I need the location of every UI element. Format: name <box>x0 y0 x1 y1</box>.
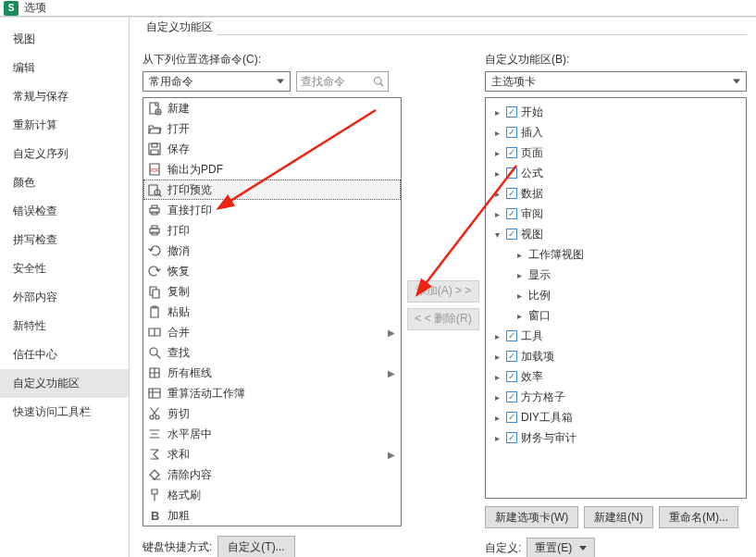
checkbox[interactable]: ✓ <box>506 167 517 179</box>
expand-icon[interactable]: ▸ <box>514 250 525 260</box>
checkbox[interactable]: ✓ <box>506 391 517 402</box>
svg-point-33 <box>155 415 159 419</box>
tree-node[interactable]: ▾✓视图 <box>488 224 744 244</box>
search-input[interactable]: 查找命令 <box>296 71 389 92</box>
expand-icon[interactable]: ▸ <box>491 352 502 362</box>
tree-node[interactable]: ▸✓工具 <box>488 326 744 346</box>
expand-icon[interactable]: ▸ <box>491 392 502 402</box>
expand-icon[interactable]: ▸ <box>491 372 502 382</box>
command-item[interactable]: 求和▶ <box>143 444 401 464</box>
command-item[interactable]: 重算活动工作簿 <box>143 383 401 403</box>
expand-icon[interactable]: ▸ <box>491 433 502 443</box>
tree-node[interactable]: ▸✓公式 <box>488 163 744 183</box>
checkbox[interactable]: ✓ <box>506 432 517 443</box>
tree-node[interactable]: ▸✓数据 <box>488 183 744 204</box>
command-item[interactable]: 所有框线▶ <box>143 363 401 383</box>
tree-label: 效率 <box>521 369 543 385</box>
expand-icon[interactable]: ▸ <box>491 107 502 118</box>
tree-node[interactable]: ▸✓加载项 <box>488 346 744 366</box>
customize-shortcut-button[interactable]: 自定义(T)... <box>217 536 294 557</box>
expand-icon[interactable]: ▸ <box>491 189 502 199</box>
expand-icon[interactable]: ▸ <box>491 168 502 179</box>
command-item[interactable]: 粘贴 <box>143 302 401 322</box>
checkbox[interactable]: ✓ <box>506 127 517 138</box>
rename-button[interactable]: 重命名(M)... <box>659 506 738 528</box>
tree-node[interactable]: ▸✓方方格子 <box>488 387 744 407</box>
checkbox[interactable]: ✓ <box>506 371 517 382</box>
command-item[interactable]: 清除内容 <box>143 464 401 485</box>
tree-node[interactable]: ▸✓开始 <box>488 102 744 122</box>
commands-category-select[interactable]: 常用命令 <box>143 71 291 92</box>
sidebar-item[interactable]: 自定义功能区 <box>0 369 129 398</box>
command-item[interactable]: 水平居中 <box>143 424 401 444</box>
ribbon-tree[interactable]: ▸✓开始▸✓插入▸✓页面▸✓公式▸✓数据▸✓审阅▾✓视图▸工作簿视图▸显示▸比例… <box>485 97 747 499</box>
sidebar-item[interactable]: 新特性 <box>0 312 129 340</box>
new-tab-button[interactable]: 新建选项卡(W) <box>485 506 578 528</box>
checkbox[interactable]: ✓ <box>506 412 517 423</box>
command-item[interactable]: 保存 <box>143 139 401 159</box>
sidebar-item[interactable]: 错误检查 <box>0 197 129 226</box>
tree-child-node[interactable]: ▸显示 <box>488 265 744 285</box>
checkbox[interactable]: ✓ <box>506 106 517 118</box>
sidebar-item[interactable]: 拼写检查 <box>0 226 129 254</box>
command-item[interactable]: 复制 <box>143 281 401 302</box>
sidebar-item[interactable]: 视图 <box>0 25 129 54</box>
reset-button[interactable]: 重置(E) <box>527 538 595 557</box>
command-item[interactable]: B加粗 <box>143 505 401 526</box>
command-item[interactable]: 合并▶ <box>143 322 401 342</box>
tree-node[interactable]: ▸✓效率 <box>488 366 744 387</box>
expand-icon[interactable]: ▾ <box>491 229 502 240</box>
sidebar-item[interactable]: 快速访问工具栏 <box>0 398 129 427</box>
command-item[interactable]: 恢复 <box>143 261 401 281</box>
new-group-button[interactable]: 新建组(N) <box>584 506 653 528</box>
checkbox[interactable]: ✓ <box>506 229 517 240</box>
add-button[interactable]: 添加(A) > > <box>407 280 479 303</box>
command-label: 清除内容 <box>167 467 212 483</box>
tree-node[interactable]: ▸✓页面 <box>488 142 744 163</box>
expand-icon[interactable]: ▸ <box>491 148 502 158</box>
tree-node[interactable]: ▸✓插入 <box>488 122 744 142</box>
checkbox[interactable]: ✓ <box>506 330 517 341</box>
cut-icon <box>147 406 162 421</box>
expand-icon[interactable]: ▸ <box>491 413 502 423</box>
sidebar-item[interactable]: 自定义序列 <box>0 140 129 168</box>
expand-icon[interactable]: ▸ <box>514 311 525 321</box>
expand-icon[interactable]: ▸ <box>514 291 525 301</box>
pdf-icon: PDF <box>147 162 162 177</box>
command-item[interactable]: 新建 <box>143 98 401 118</box>
command-item[interactable]: 打印预览 <box>143 179 401 200</box>
tree-node[interactable]: ▸✓审阅 <box>488 204 744 224</box>
sidebar-item[interactable]: 外部内容 <box>0 283 129 312</box>
command-item[interactable]: 剪切 <box>143 403 401 424</box>
command-item[interactable]: 打印 <box>143 220 401 241</box>
sidebar-item[interactable]: 编辑 <box>0 54 129 82</box>
tree-node[interactable]: ▸✓财务与审计 <box>488 427 744 448</box>
sidebar-item[interactable]: 颜色 <box>0 168 129 197</box>
command-item[interactable]: 格式刷 <box>143 485 401 505</box>
tree-child-node[interactable]: ▸工作簿视图 <box>488 244 744 265</box>
expand-icon[interactable]: ▸ <box>514 270 525 280</box>
ribbon-tabs-select[interactable]: 主选项卡 <box>485 71 747 92</box>
command-item[interactable]: 撤消 <box>143 241 401 261</box>
sidebar-item[interactable]: 信任中心 <box>0 340 129 369</box>
expand-icon[interactable]: ▸ <box>491 331 502 341</box>
sidebar-item[interactable]: 常规与保存 <box>0 82 129 111</box>
commands-list[interactable]: 新建打开保存PDF输出为PDF打印预览直接打印打印撤消恢复复制粘贴合并▶查找所有… <box>143 97 402 526</box>
checkbox[interactable]: ✓ <box>506 147 517 158</box>
command-item[interactable]: 直接打印 <box>143 200 401 220</box>
remove-button[interactable]: < < 删除(R) <box>407 308 479 330</box>
command-item[interactable]: PDF输出为PDF <box>143 159 401 179</box>
checkbox[interactable]: ✓ <box>506 188 517 199</box>
expand-icon[interactable]: ▸ <box>491 128 502 138</box>
command-item[interactable]: 打开 <box>143 118 401 139</box>
tree-label: 显示 <box>528 267 551 283</box>
tree-node[interactable]: ▸✓DIY工具箱 <box>488 407 744 427</box>
expand-icon[interactable]: ▸ <box>491 209 502 219</box>
sidebar-item[interactable]: 安全性 <box>0 254 129 283</box>
command-item[interactable]: 查找 <box>143 342 401 363</box>
sidebar-item[interactable]: 重新计算 <box>0 111 129 140</box>
checkbox[interactable]: ✓ <box>506 351 517 362</box>
checkbox[interactable]: ✓ <box>506 208 517 219</box>
tree-child-node[interactable]: ▸窗口 <box>488 305 744 326</box>
tree-child-node[interactable]: ▸比例 <box>488 285 744 305</box>
